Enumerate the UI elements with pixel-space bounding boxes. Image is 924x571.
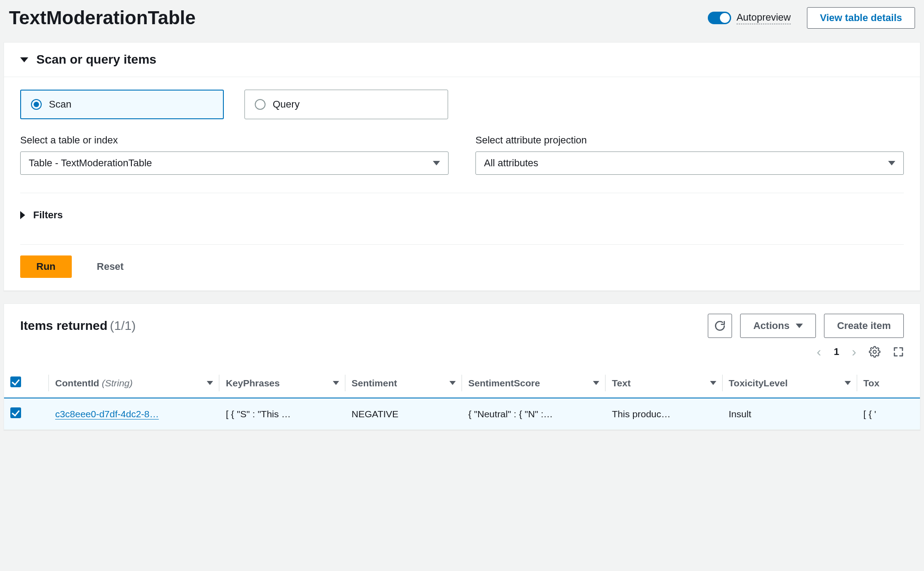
page-number: 1 xyxy=(834,346,839,358)
items-returned-title: Items returned xyxy=(20,319,108,333)
prev-page-button[interactable]: ‹ xyxy=(817,344,821,359)
contentid-link[interactable]: c3c8eee0-d7df-4dc2-8… xyxy=(55,409,159,420)
scan-query-panel-toggle[interactable]: Scan or query items xyxy=(4,43,920,77)
chevron-down-icon xyxy=(433,161,440,165)
cell-text: This produc… xyxy=(606,398,722,430)
actions-label: Actions xyxy=(753,320,789,332)
chevron-down-icon xyxy=(888,161,895,165)
col-contentid-type: (String) xyxy=(102,378,133,388)
col-toxicitylevel[interactable]: ToxicityLevel xyxy=(723,368,857,398)
select-all-header[interactable] xyxy=(4,368,49,398)
next-page-button[interactable]: › xyxy=(852,344,856,359)
table-row[interactable]: c3c8eee0-d7df-4dc2-8… [ { "S" : "This … … xyxy=(4,398,920,430)
table-select-label: Select a table or index xyxy=(20,134,449,146)
autopreview-label: Autopreview xyxy=(737,12,791,24)
col-contentid[interactable]: ContentId (String) xyxy=(49,368,219,398)
refresh-button[interactable] xyxy=(708,314,732,338)
cell-sentimentscore: { "Neutral" : { "N" :… xyxy=(462,398,606,430)
table-settings-button[interactable] xyxy=(869,346,880,358)
items-count: (1/1) xyxy=(110,319,136,333)
col-contentid-label: ContentId xyxy=(55,378,99,388)
svg-point-0 xyxy=(873,350,876,354)
filters-label: Filters xyxy=(33,209,63,221)
cell-tox-trunc: [ { ' xyxy=(857,398,920,430)
table-select-value: Table - TextModerationTable xyxy=(29,157,152,169)
col-sentimentscore-label: SentimentScore xyxy=(468,378,540,389)
scan-query-title: Scan or query items xyxy=(36,52,157,67)
col-keyphrases-label: KeyPhrases xyxy=(226,378,279,389)
query-radio-label: Query xyxy=(273,99,300,110)
col-keyphrases[interactable]: KeyPhrases xyxy=(219,368,345,398)
view-table-details-button[interactable]: View table details xyxy=(807,7,915,29)
sort-icon xyxy=(207,381,213,385)
col-text-label: Text xyxy=(612,378,631,389)
reset-button[interactable]: Reset xyxy=(97,261,124,273)
sort-icon xyxy=(845,381,851,385)
sort-icon xyxy=(710,381,716,385)
radio-icon xyxy=(255,99,266,110)
col-sentiment-label: Sentiment xyxy=(352,378,397,389)
cell-sentiment: NEGATIVE xyxy=(345,398,462,430)
projection-select-label: Select attribute projection xyxy=(475,134,904,146)
scan-radio[interactable]: Scan xyxy=(20,90,224,119)
run-button[interactable]: Run xyxy=(20,255,72,278)
sort-icon xyxy=(593,381,599,385)
checkbox-checked-icon xyxy=(10,376,21,387)
projection-select-value: All attributes xyxy=(484,157,538,169)
caret-right-icon xyxy=(20,211,25,219)
col-text[interactable]: Text xyxy=(606,368,722,398)
col-sentimentscore[interactable]: SentimentScore xyxy=(462,368,606,398)
query-radio[interactable]: Query xyxy=(244,90,448,119)
cell-toxicitylevel: Insult xyxy=(723,398,857,430)
row-checkbox[interactable] xyxy=(10,407,21,418)
radio-icon xyxy=(31,99,42,110)
caret-down-icon xyxy=(20,57,28,62)
sort-icon xyxy=(449,381,456,385)
sort-icon xyxy=(333,381,339,385)
create-item-button[interactable]: Create item xyxy=(824,314,904,338)
autopreview-toggle[interactable] xyxy=(708,12,731,24)
refresh-icon xyxy=(714,320,726,332)
projection-select[interactable]: All attributes xyxy=(475,151,904,175)
chevron-down-icon xyxy=(796,324,803,328)
cell-keyphrases: [ { "S" : "This … xyxy=(219,398,345,430)
fullscreen-button[interactable] xyxy=(893,346,904,357)
col-sentiment[interactable]: Sentiment xyxy=(345,368,462,398)
filters-toggle[interactable]: Filters xyxy=(20,204,904,226)
table-select[interactable]: Table - TextModerationTable xyxy=(20,151,449,175)
scan-radio-label: Scan xyxy=(49,99,71,110)
col-toxicitylevel-label: ToxicityLevel xyxy=(729,378,788,389)
col-tox-trunc-label: Tox xyxy=(863,378,880,389)
page-title: TextModerationTable xyxy=(9,7,196,29)
actions-dropdown[interactable]: Actions xyxy=(740,314,816,338)
col-tox-trunc[interactable]: Tox xyxy=(857,368,920,398)
